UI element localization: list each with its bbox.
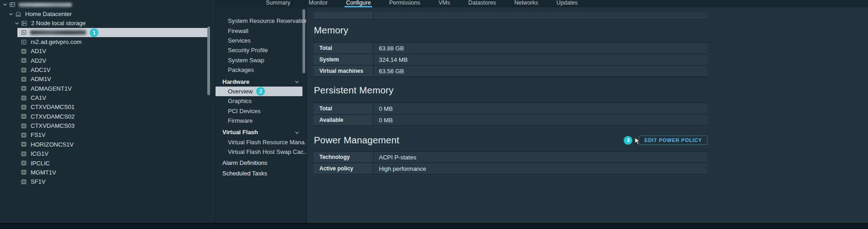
tree-item-blurred[interactable]	[0, 0, 215, 9]
chevron-down-icon[interactable]	[295, 79, 299, 86]
config-nav-item-label: Services	[228, 37, 251, 44]
vm-icon	[21, 67, 30, 73]
annotation-badge-2: 2	[256, 87, 265, 96]
tree-item-ad2v[interactable]: AD2V	[0, 56, 215, 65]
tree-item-label: IPCLIC	[30, 160, 50, 167]
tab-configure[interactable]: Configure	[345, 0, 372, 7]
config-nav-item-label: Hardware	[222, 78, 249, 85]
tab-permissions[interactable]: Permissions	[388, 0, 421, 7]
tree-item-ca1v[interactable]: CA1V	[0, 93, 215, 102]
tree-item-fs1v[interactable]: FS1V	[0, 131, 215, 140]
config-nav-item-system-resource-reservation[interactable]: System Resource Reservation	[216, 16, 307, 26]
config-nav-item-label: Alarm Definitions	[222, 159, 267, 166]
tab-networks[interactable]: Networks	[513, 0, 539, 7]
property-label: Total	[314, 103, 373, 114]
property-value: 0 MB	[373, 114, 707, 125]
tab-vms[interactable]: VMs	[437, 0, 451, 7]
property-value: High performance	[373, 163, 707, 174]
property-row: Virtual machines63.56 GB	[314, 65, 707, 77]
property-row: System324.14 MB	[314, 54, 707, 65]
config-nav-item-virtual-flash-resource-mana[interactable]: Virtual Flash Resource Mana...	[216, 137, 307, 147]
tree-item-label: CTXVDAMCS02	[30, 113, 75, 120]
config-nav-item-overview[interactable]: Overview2	[216, 87, 307, 96]
config-nav-item-firewall[interactable]: Firewall	[216, 26, 307, 35]
chevron-down-icon[interactable]	[15, 21, 21, 26]
property-label: System	[314, 54, 373, 65]
cluster-icon	[21, 20, 31, 27]
tree-item-label: ICG1V	[30, 150, 49, 157]
tree-item-label: rs2.ad.getvpro.com	[30, 38, 81, 45]
config-nav-item-hardware[interactable]: Hardware	[216, 76, 307, 86]
config-nav-item-packages[interactable]: Packages	[216, 65, 307, 75]
config-nav-item-security-profile[interactable]: Security Profile	[216, 45, 307, 55]
recent-tasks-bar[interactable]	[0, 223, 868, 229]
tree-item-ctxvdamcs03[interactable]: CTXVDAMCS03	[0, 121, 215, 130]
tree-item-ctxvdamcs02[interactable]: CTXVDAMCS02	[0, 112, 215, 121]
config-nav-item-graphics[interactable]: Graphics	[216, 96, 307, 106]
tree-item-adm1v[interactable]: ADM1V	[0, 75, 215, 84]
section-title: Memory	[314, 25, 348, 36]
config-nav-item-pci-devices[interactable]: PCI Devices	[216, 106, 307, 116]
vm-icon	[21, 85, 30, 92]
tree-item-mgmt1v[interactable]: MGMT1V	[0, 168, 215, 177]
tree-item-ad1v[interactable]: AD1V	[0, 47, 215, 56]
chevron-down-icon[interactable]	[295, 130, 299, 136]
tree-item-sf1v[interactable]: SF1V	[0, 177, 215, 186]
tab-summary[interactable]: Summary	[264, 0, 291, 7]
section-title: Persistent Memory	[314, 85, 394, 96]
tree-item-label: FS1V	[30, 131, 46, 138]
inventory-scrollbar[interactable]	[207, 27, 210, 95]
tree-item-admagent1v[interactable]: ADMAGENT1V	[0, 84, 215, 93]
tree-item-2-node-local-storage[interactable]: 2 Node local storage	[0, 19, 215, 28]
vm-icon	[21, 141, 30, 147]
edit-power-policy-button[interactable]: EDIT POWER POLICY	[639, 136, 707, 145]
tree-item-label: MGMT1V	[30, 169, 56, 176]
blurred-text	[19, 3, 72, 7]
tree-item-ipclic[interactable]: IPCLIC	[0, 158, 215, 168]
config-nav-item-virtual-flash[interactable]: Virtual Flash	[216, 127, 307, 137]
clipped-property-label	[314, 12, 373, 19]
tab-updates[interactable]: Updates	[555, 0, 579, 7]
tree-item-label: HORIZONCS1V	[30, 141, 74, 148]
blurred-text	[30, 30, 86, 35]
tree-item-rs2-ad-getvpro-com[interactable]: rs2.ad.getvpro.com	[0, 37, 215, 46]
config-nav-item-scheduled-tasks[interactable]: Scheduled Tasks	[216, 169, 307, 178]
tab-monitor[interactable]: Monitor	[307, 0, 329, 7]
tree-item-blurred[interactable]: 1	[0, 28, 215, 37]
configure-nav: System Resource ReservationFirewallServi…	[215, 7, 307, 223]
datacenter-icon	[15, 11, 25, 17]
tab-datastores[interactable]: Datastores	[467, 0, 497, 7]
property-label: Technology	[314, 152, 373, 163]
vcenter-icon	[9, 1, 19, 8]
tree-item-horizoncs1v[interactable]: HORIZONCS1V	[0, 140, 215, 149]
vm-icon	[21, 179, 30, 185]
config-nav-item-label: Virtual Flash Host Swap Cac...	[228, 148, 307, 155]
clipped-table-row	[314, 12, 707, 20]
vm-icon	[21, 113, 30, 120]
tree-item-home-datacenter[interactable]: Home Datacenter	[0, 9, 215, 18]
config-nav-item-label: Security Profile	[228, 47, 268, 54]
tree-item-icg1v[interactable]: ICG1V	[0, 149, 215, 158]
config-nav-item-label: Virtual Flash Resource Mana...	[228, 139, 307, 146]
config-nav-item-services[interactable]: Services	[216, 36, 307, 45]
tree-item-label: CA1V	[30, 94, 46, 101]
config-nav-item-firmware[interactable]: Firmware	[216, 116, 307, 125]
property-value: 63.56 GB	[373, 65, 707, 76]
tree-item-ctxvdamcs01[interactable]: CTXVDAMCS01	[0, 103, 215, 112]
section-header: Power Management3EDIT POWER POLICY	[314, 134, 707, 146]
config-nav-item-alarm-definitions[interactable]: Alarm Definitions	[216, 158, 307, 167]
chevron-down-icon[interactable]	[3, 2, 9, 7]
config-nav-item-system-swap[interactable]: System Swap	[216, 55, 307, 65]
config-nav-item-label: Graphics	[228, 98, 252, 104]
tree-item-adc1v[interactable]: ADC1V	[0, 65, 215, 74]
property-value: 0 MB	[373, 103, 707, 114]
tree-item-label: SF1V	[30, 178, 46, 185]
config-nav-item-virtual-flash-host-swap-cac[interactable]: Virtual Flash Host Swap Cac...	[216, 147, 307, 157]
vm-icon	[21, 123, 30, 129]
property-label: Total	[314, 43, 373, 54]
vm-icon	[21, 169, 30, 175]
chevron-down-icon[interactable]	[9, 12, 15, 16]
tree-item-label: AD2V	[30, 57, 46, 64]
host-icon	[21, 29, 30, 36]
vm-icon	[21, 57, 30, 64]
